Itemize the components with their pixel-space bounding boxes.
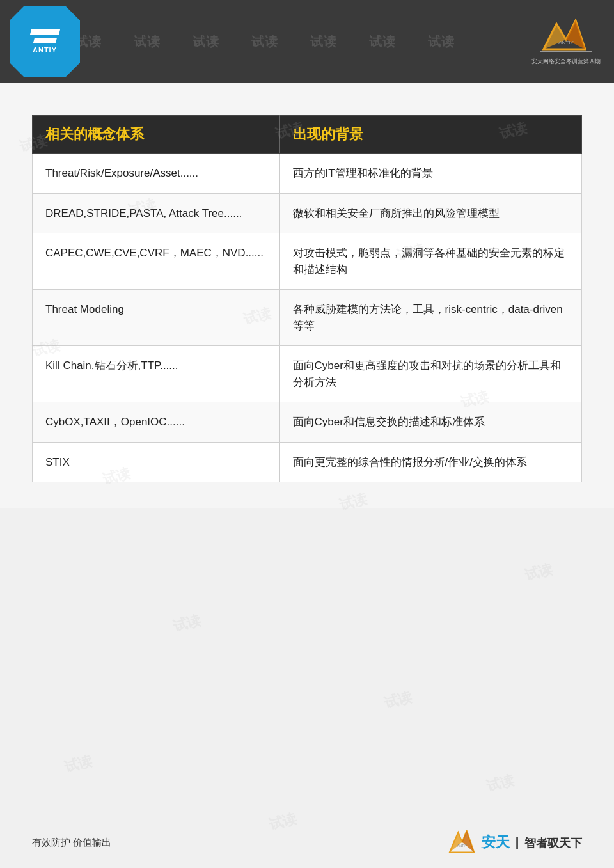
table-row: Kill Chain,钻石分析,TTP......面向Cyber和更高强度的攻击… bbox=[33, 346, 582, 402]
table-row: Threat Modeling各种威胁建模的方法论，工具，risk-centri… bbox=[33, 290, 582, 346]
header-watermark: 试读 bbox=[193, 33, 219, 51]
table-cell-col2: 面向Cyber和更高强度的攻击和对抗的场景的分析工具和分析方法 bbox=[279, 346, 581, 402]
svg-text:ANTIY: ANTIY bbox=[558, 40, 574, 45]
table-row: CAPEC,CWE,CVE,CVRF，MAEC，NVD......对攻击模式，脆… bbox=[33, 233, 582, 290]
bw-12: 试读 bbox=[171, 611, 203, 636]
table-cell-col2: 对攻击模式，脆弱点，漏洞等各种基础的安全元素的标定和描述结构 bbox=[279, 233, 581, 290]
bird-icon: ANTIY bbox=[537, 17, 595, 56]
table-cell-col1: Threat/Risk/Exposure/Asset...... bbox=[33, 154, 280, 194]
table-cell-col1: Kill Chain,钻石分析,TTP...... bbox=[33, 346, 280, 402]
table-cell-col1: STIX bbox=[33, 442, 280, 482]
header-watermark: 试读 bbox=[428, 33, 455, 51]
table-cell-col2: 西方的IT管理和标准化的背景 bbox=[279, 154, 581, 194]
header-right-subtitle: 安天网络安全冬训营第四期 bbox=[531, 58, 601, 66]
header-watermark: 试读 bbox=[251, 33, 278, 51]
header-watermark: 试读 bbox=[369, 33, 396, 51]
col2-header: 出现的背景 bbox=[279, 116, 581, 154]
table-cell-col1: CybOX,TAXII，OpenIOC...... bbox=[33, 402, 280, 443]
footer-pipe: | bbox=[516, 835, 519, 849]
table-cell-col2: 各种威胁建模的方法论，工具，risk-centric，data-driven等等 bbox=[279, 290, 581, 346]
table-row: Threat/Risk/Exposure/Asset......西方的IT管理和… bbox=[33, 154, 582, 194]
table-cell-col2: 微软和相关安全厂商所推出的风险管理模型 bbox=[279, 193, 581, 233]
table-cell-col2: 面向Cyber和信息交换的描述和标准体系 bbox=[279, 402, 581, 443]
footer-left-text: 有效防护 价值输出 bbox=[32, 837, 111, 849]
logo-stripe-1 bbox=[29, 29, 59, 35]
header-watermarks: 试读 试读 试读 试读 试读 试读 试读 试读 bbox=[0, 0, 614, 83]
bw-14: 试读 bbox=[62, 752, 94, 777]
header-watermark: 试读 bbox=[134, 33, 161, 51]
svg-marker-1 bbox=[544, 24, 566, 49]
footer-brand-main: 安天 | 智者驭天下 bbox=[482, 833, 582, 852]
table-cell-col1: CAPEC,CWE,CVE,CVRF，MAEC，NVD...... bbox=[33, 233, 280, 290]
header-watermark: 试读 bbox=[310, 33, 337, 51]
svg-rect-3 bbox=[540, 51, 592, 52]
header-right-logo: ANTIY 安天网络安全冬训营第四期 bbox=[528, 10, 604, 74]
bw-13: 试读 bbox=[382, 688, 414, 713]
svg-marker-6 bbox=[450, 832, 462, 852]
header: 试读 试读 试读 试读 试读 试读 试读 试读 ANTIY ANTIY 安天网络… bbox=[0, 0, 614, 83]
table-cell-col2: 面向更完整的综合性的情报分析/作业/交换的体系 bbox=[279, 442, 581, 482]
table-cell-col1: DREAD,STRIDE,PASTA, Attack Tree...... bbox=[33, 193, 280, 233]
table-row: CybOX,TAXII，OpenIOC......面向Cyber和信息交换的描述… bbox=[33, 402, 582, 443]
logo-antiy-text: ANTIY bbox=[33, 46, 57, 54]
table-cell-col1: Threat Modeling bbox=[33, 290, 280, 346]
svg-text:ANTIY: ANTIY bbox=[457, 844, 468, 848]
footer-brand-subtitle: 智者驭天下 bbox=[524, 837, 582, 849]
table-row: DREAD,STRIDE,PASTA, Attack Tree......微软和… bbox=[33, 193, 582, 233]
logo-stripes bbox=[31, 29, 59, 43]
logo-stripe-2 bbox=[33, 38, 56, 43]
main-content: 相关的概念体系 出现的背景 Threat/Risk/Exposure/Asset… bbox=[0, 83, 614, 508]
concepts-table: 相关的概念体系 出现的背景 Threat/Risk/Exposure/Asset… bbox=[32, 115, 582, 482]
bw-15: 试读 bbox=[484, 771, 516, 796]
footer-right: ANTIY 安天 | 智者驭天下 bbox=[446, 830, 582, 855]
bw-11: 试读 bbox=[523, 560, 555, 585]
footer: 有效防护 价值输出 ANTIY 安天 | 智者驭天下 bbox=[0, 830, 614, 855]
table-row: STIX面向更完整的综合性的情报分析/作业/交换的体系 bbox=[33, 442, 582, 482]
table-header-row: 相关的概念体系 出现的背景 bbox=[33, 116, 582, 154]
footer-logo-icon: ANTIY bbox=[446, 830, 478, 855]
antiy-logo: ANTIY bbox=[10, 6, 80, 77]
footer-antiy-cn: 安天 bbox=[482, 834, 510, 850]
col1-header: 相关的概念体系 bbox=[33, 116, 280, 154]
